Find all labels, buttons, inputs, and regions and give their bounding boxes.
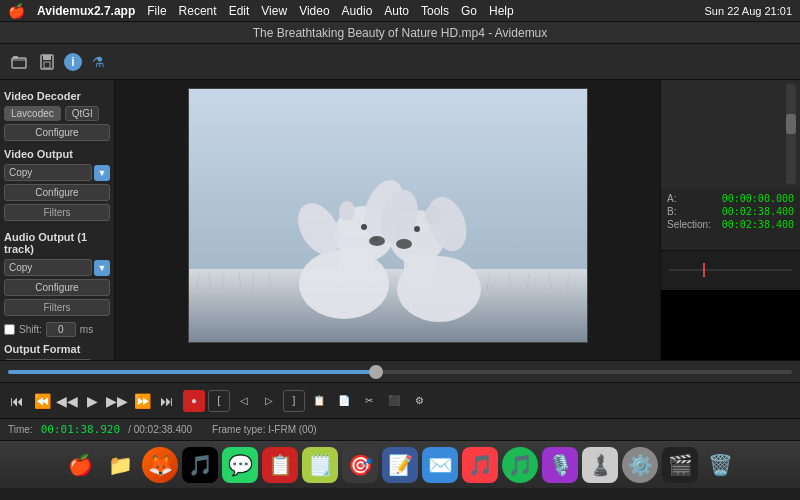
dock-settings[interactable]: ⚙️ xyxy=(622,447,658,483)
audio-output-label: Audio Output (1 track) xyxy=(4,231,110,255)
menu-view[interactable]: View xyxy=(261,4,287,18)
next-frame-btn[interactable]: ⏩ xyxy=(131,390,153,412)
filters-video-btn[interactable]: Filters xyxy=(4,204,110,221)
dock-folder[interactable]: 📁 xyxy=(102,447,138,483)
duration-value: / 00:02:38.400 xyxy=(128,424,192,435)
dock-task[interactable]: 🎯 xyxy=(342,447,378,483)
dock-clapper[interactable]: 🎬 xyxy=(662,447,698,483)
play-btn[interactable]: ▶ xyxy=(81,390,103,412)
menu-help[interactable]: Help xyxy=(489,4,514,18)
svg-rect-3 xyxy=(43,55,51,60)
dock-firefox[interactable]: 🦊 xyxy=(142,447,178,483)
delete-btn[interactable]: ✂ xyxy=(358,390,380,412)
left-panel: Video Decoder Lavcodec QtGl Configure Vi… xyxy=(0,80,115,360)
dock-music[interactable]: 🎵 xyxy=(182,447,218,483)
frame-type: Frame type: I-FRM (00) xyxy=(212,424,316,435)
muxer-select[interactable]: MKV Muxer xyxy=(4,359,92,360)
main-layout: Video Decoder Lavcodec QtGl Configure Vi… xyxy=(0,80,800,360)
timeline-mini xyxy=(661,250,800,290)
rewind-btn[interactable]: ◀◀ xyxy=(56,390,78,412)
audio-copy-select[interactable]: Copy xyxy=(4,259,92,276)
shift-input[interactable] xyxy=(46,322,76,337)
video-decoder-label: Video Decoder xyxy=(4,90,110,102)
dock-whatsapp[interactable]: 💬 xyxy=(222,447,258,483)
time-label: Time: xyxy=(8,424,33,435)
configure-video-output-btn[interactable]: Configure xyxy=(4,184,110,201)
menu-go[interactable]: Go xyxy=(461,4,477,18)
dock-tasklist[interactable]: 📋 xyxy=(262,447,298,483)
crop-btn[interactable]: ⬛ xyxy=(383,390,405,412)
dock: 🍎 📁 🦊 🎵 💬 📋 🗒️ 🎯 📝 ✉️ 🎵 🎵 🎙️ ♟️ ⚙️ 🎬 🗑️ xyxy=(0,440,800,488)
seek-thumb[interactable] xyxy=(369,365,383,379)
filter-icon[interactable]: ⚗ xyxy=(92,54,105,70)
go-start-btn[interactable]: ⏮ xyxy=(6,390,28,412)
lavcodec-btn[interactable]: Lavcodec xyxy=(4,106,61,121)
dock-chess[interactable]: ♟️ xyxy=(582,447,618,483)
menu-items: File Recent Edit View Video Audio Auto T… xyxy=(147,4,513,18)
video-output-label: Video Output xyxy=(4,148,110,160)
shift-row: Shift: ms xyxy=(4,322,110,337)
dock-podcasts[interactable]: 🎙️ xyxy=(542,447,578,483)
dock-notes[interactable]: 🗒️ xyxy=(302,447,338,483)
fast-forward-btn[interactable]: ▶▶ xyxy=(106,390,128,412)
next-keyframe-btn[interactable]: ▷ xyxy=(258,390,280,412)
video-area xyxy=(115,80,660,360)
seek-fill xyxy=(8,370,376,374)
a-label: A: xyxy=(667,193,676,204)
b-label: B: xyxy=(667,206,676,217)
menu-video[interactable]: Video xyxy=(299,4,329,18)
video-preview xyxy=(188,88,588,343)
app-toolbar: i ⚗ xyxy=(0,44,800,80)
menu-auto[interactable]: Auto xyxy=(384,4,409,18)
prev-keyframe-btn[interactable]: ◁ xyxy=(233,390,255,412)
mark-out-btn[interactable]: ] xyxy=(283,390,305,412)
copy-btn[interactable]: 📋 xyxy=(308,390,330,412)
video-copy-select[interactable]: Copy xyxy=(4,164,92,181)
mark-in-btn[interactable]: [ xyxy=(208,390,230,412)
dock-itunes[interactable]: 🎵 xyxy=(462,447,498,483)
timecode-a-row: A: 00:00:00.000 xyxy=(667,192,794,205)
filters-audio-btn[interactable]: Filters xyxy=(4,299,110,316)
save-icon[interactable] xyxy=(36,51,58,73)
menu-audio[interactable]: Audio xyxy=(342,4,373,18)
menu-edit[interactable]: Edit xyxy=(229,4,250,18)
dock-editor[interactable]: 📝 xyxy=(382,447,418,483)
menu-file[interactable]: File xyxy=(147,4,166,18)
muxer-arrow[interactable]: ▼ xyxy=(94,360,110,361)
window-title: The Breathtaking Beauty of Nature HD.mp4… xyxy=(253,26,548,40)
dock-mail[interactable]: ✉️ xyxy=(422,447,458,483)
menu-recent[interactable]: Recent xyxy=(179,4,217,18)
audio-copy-arrow[interactable]: ▼ xyxy=(94,260,110,276)
shift-unit: ms xyxy=(80,324,93,335)
svg-rect-4 xyxy=(44,62,50,68)
video-copy-arrow[interactable]: ▼ xyxy=(94,165,110,181)
prev-frame-btn[interactable]: ⏪ xyxy=(31,390,53,412)
svg-rect-1 xyxy=(13,56,18,59)
timecode-selection-row: Selection: 00:02:38.400 xyxy=(667,218,794,231)
timecode-b-row: B: 00:02:38.400 xyxy=(667,205,794,218)
apple-menu[interactable]: 🍎 xyxy=(8,3,25,19)
record-btn[interactable]: ● xyxy=(183,390,205,412)
dock-trash[interactable]: 🗑️ xyxy=(702,447,738,483)
paste-btn[interactable]: 📄 xyxy=(333,390,355,412)
b-value: 00:02:38.400 xyxy=(722,206,794,217)
configure-video-decoder-btn[interactable]: Configure xyxy=(4,124,110,141)
clock: Sun 22 Aug 21:01 xyxy=(705,5,792,17)
info-icon[interactable]: i xyxy=(64,53,82,71)
shift-label: Shift: xyxy=(19,324,42,335)
qtgl-btn[interactable]: QtGl xyxy=(65,106,100,121)
dock-finder[interactable]: 🍎 xyxy=(62,447,98,483)
dock-spotify[interactable]: 🎵 xyxy=(502,447,538,483)
transport-bar: ⏮ ⏪ ◀◀ ▶ ▶▶ ⏩ ⏭ ● [ ◁ ▷ ] 📋 📄 ✂ ⬛ ⚙ xyxy=(0,382,800,418)
open-icon[interactable] xyxy=(8,51,30,73)
seek-bar[interactable] xyxy=(8,370,792,374)
selection-value: 00:02:38.400 xyxy=(722,219,794,230)
menu-tools[interactable]: Tools xyxy=(421,4,449,18)
menu-bar: 🍎 Avidemux2.7.app File Recent Edit View … xyxy=(0,0,800,22)
configure-audio-btn[interactable]: Configure xyxy=(4,279,110,296)
shift-checkbox[interactable] xyxy=(4,324,15,335)
codec-row: Lavcodec QtGl xyxy=(4,106,110,121)
go-end-btn[interactable]: ⏭ xyxy=(156,390,178,412)
settings-btn[interactable]: ⚙ xyxy=(408,390,430,412)
app-name[interactable]: Avidemux2.7.app xyxy=(37,4,135,18)
